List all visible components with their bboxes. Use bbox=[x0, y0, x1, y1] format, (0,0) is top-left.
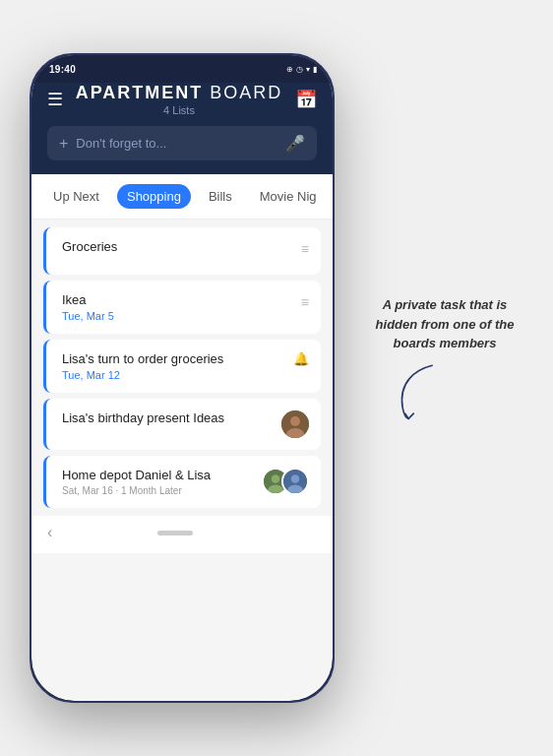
task-card-content: Ikea Tue, Mar 5 bbox=[62, 292, 293, 322]
header-title-text: APARTMENT BOARD bbox=[63, 83, 295, 103]
task-title: Home depot Daniel & Lisa bbox=[62, 468, 262, 482]
task-card[interactable]: Lisa's turn to order groceries Tue, Mar … bbox=[43, 340, 321, 393]
task-avatars bbox=[262, 468, 309, 495]
phone-shell: 19:40 ⊕ ◷ ▾ ▮ ☰ APARTMENT BOARD 4 List bbox=[30, 53, 335, 703]
task-card-content: Lisa's turn to order groceries Tue, Mar … bbox=[62, 351, 293, 381]
menu-icon: ≡ bbox=[301, 241, 309, 257]
bottom-bar: ‹ bbox=[31, 516, 333, 553]
status-time: 19:40 bbox=[49, 64, 76, 75]
tab-bills[interactable]: Bills bbox=[199, 184, 242, 209]
scene: 19:40 ⊕ ◷ ▾ ▮ ☰ APARTMENT BOARD 4 List bbox=[0, 0, 553, 756]
task-title: Lisa's turn to order groceries bbox=[62, 351, 293, 366]
notch bbox=[123, 55, 241, 83]
header-top: ☰ APARTMENT BOARD 4 Lists 📅 bbox=[47, 83, 317, 116]
task-list: Groceries ≡ Ikea Tue, Mar 5 ≡ bbox=[31, 220, 333, 516]
add-icon: + bbox=[59, 135, 68, 153]
task-date: Sat, Mar 16 · 1 Month Later bbox=[62, 485, 262, 496]
svg-point-8 bbox=[287, 484, 302, 494]
alarm-icon: ◷ bbox=[296, 65, 303, 74]
svg-point-5 bbox=[268, 484, 282, 494]
nav-pill bbox=[157, 531, 193, 536]
task-title: Ikea bbox=[62, 292, 293, 307]
calendar-icon[interactable]: 📅 bbox=[295, 89, 317, 110]
task-card-content: Home depot Daniel & Lisa Sat, Mar 16 · 1… bbox=[62, 468, 262, 496]
app-content: 19:40 ⊕ ◷ ▾ ▮ ☰ APARTMENT BOARD 4 List bbox=[31, 55, 333, 701]
header-title: APARTMENT BOARD 4 Lists bbox=[63, 83, 295, 116]
svg-point-1 bbox=[290, 416, 300, 426]
bell-icon: 🔔 bbox=[293, 351, 309, 366]
brightness-icon: ⊕ bbox=[286, 65, 293, 74]
wifi-icon: ▾ bbox=[306, 65, 310, 74]
task-date: Tue, Mar 5 bbox=[62, 310, 293, 322]
status-icons: ⊕ ◷ ▾ ▮ bbox=[286, 65, 317, 74]
avatar bbox=[281, 410, 309, 438]
task-card-private[interactable]: Lisa's birthday present Ideas bbox=[43, 399, 321, 450]
task-card[interactable]: Home depot Daniel & Lisa Sat, Mar 16 · 1… bbox=[43, 456, 321, 508]
header-subtitle: 4 Lists bbox=[63, 104, 295, 116]
task-date: Tue, Mar 12 bbox=[62, 369, 293, 381]
task-card[interactable]: Ikea Tue, Mar 5 ≡ bbox=[43, 281, 321, 334]
tabs-area: Up Next Shopping Bills Movie Nig bbox=[31, 174, 333, 220]
menu-icon: ≡ bbox=[301, 294, 309, 310]
search-placeholder: Don't forget to... bbox=[76, 136, 277, 151]
avatar-2 bbox=[281, 468, 309, 495]
tab-upnext[interactable]: Up Next bbox=[43, 184, 109, 209]
task-card[interactable]: Groceries ≡ bbox=[43, 227, 321, 275]
task-title: Groceries bbox=[62, 239, 293, 254]
annotation-text: A private task that is hidden from one o… bbox=[366, 295, 523, 353]
task-card-content: Groceries bbox=[62, 239, 293, 254]
battery-icon: ▮ bbox=[313, 65, 317, 74]
search-bar[interactable]: + Don't forget to... 🎤 bbox=[47, 126, 317, 160]
tab-shopping[interactable]: Shopping bbox=[117, 184, 191, 209]
main-scroll: Groceries ≡ Ikea Tue, Mar 5 ≡ bbox=[31, 220, 333, 553]
annotation-arrow bbox=[366, 361, 523, 420]
mic-icon[interactable]: 🎤 bbox=[285, 134, 305, 153]
annotation: A private task that is hidden from one o… bbox=[366, 295, 523, 420]
tab-movienig[interactable]: Movie Nig bbox=[250, 184, 327, 209]
menu-icon[interactable]: ☰ bbox=[47, 89, 63, 110]
svg-point-7 bbox=[291, 474, 300, 483]
back-arrow[interactable]: ‹ bbox=[47, 524, 52, 541]
task-title: Lisa's birthday present Ideas bbox=[62, 410, 281, 425]
svg-point-4 bbox=[272, 474, 280, 483]
avatar-image bbox=[281, 410, 309, 438]
task-card-content: Lisa's birthday present Ideas bbox=[62, 410, 281, 425]
